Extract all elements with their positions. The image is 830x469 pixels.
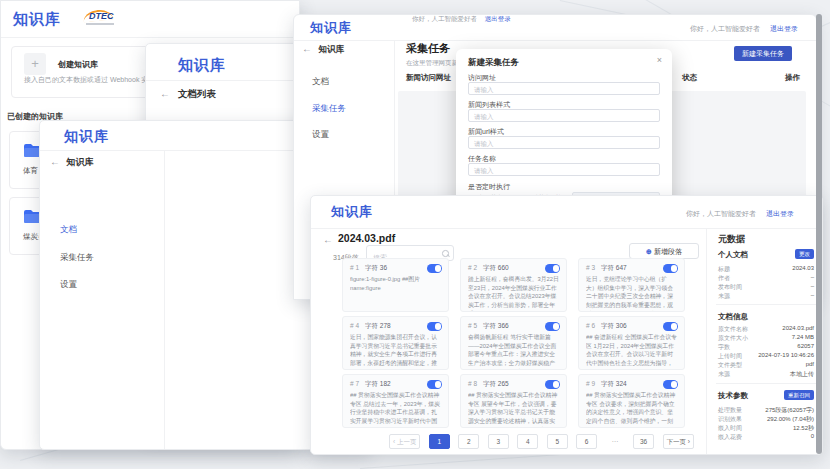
chunk-index: # 7 [350,380,359,387]
back-kb[interactable]: ← 知识库 [302,43,344,56]
chunk-enabled-toggle[interactable] [545,322,560,331]
sidebar-item-settings[interactable]: 设置 [312,129,329,141]
meta-value: – [811,274,814,280]
page-button-1[interactable]: 1 [429,434,450,449]
window-doc-detail: 知识库 你好，人工智能爱好者 退出登录 ← 2024.03.pdf 314段落 … [310,195,823,455]
chunk-card[interactable]: # 7字符 182 ## 贯彻落实全国煤炭工作会议精神专区 总结过去一年，202… [342,374,449,428]
next-page-button[interactable]: 下一页 › [663,434,694,449]
meta-label: 嵌入时间 [718,424,742,433]
page-button-5[interactable]: 5 [547,434,568,449]
page-button-4[interactable]: 4 [517,434,538,449]
pagination: ‹ 上一页 1 2 3 4 5 6 ··· 36 下一页 › [385,432,694,450]
ghost-logout-link[interactable]: 退出登录 [485,15,511,22]
back-kb[interactable]: ← 知识库 [50,156,94,169]
meta-value: 7.24 MB [792,334,814,340]
page-button-2[interactable]: 2 [458,434,479,449]
chunk-char-count: 字符 366 [483,322,509,331]
meta-label: 发布时间 [718,283,742,292]
back-label: 知识库 [318,44,344,54]
chunk-card[interactable]: # 1字符 36 figure:1-figure-0.jpg ##图片 name… [342,258,449,312]
chunk-card[interactable]: # 9字符 324 ## 贯彻落实全国煤炭工作会议精神专区 会议要求，深刻把握两… [578,374,685,428]
next-arrow-icon: › [688,438,690,445]
chunk-text: figure:1-figure-0.jpg ##图片 name:figure [350,275,442,292]
field-input-url-style[interactable]: 请输入 [468,136,660,149]
app-title: 知识库 [13,10,61,29]
divider [716,304,816,305]
chunk-enabled-toggle[interactable] [663,380,678,389]
user-greeting: 你好，人工智能爱好者 [690,25,760,32]
chunk-card[interactable]: # 8字符 265 ## 贯彻落实全国煤炭工作会议精神专区 展望今年工作，会议强… [460,374,567,428]
sidebar-item-docs[interactable]: 文档 [312,76,329,88]
plus-icon: ⊕ [646,248,652,255]
meta-recall-button[interactable]: 重新召回 [784,390,814,400]
user-greeting: 你好，人工智能爱好者 [686,210,756,217]
logout-link[interactable]: 退出登录 [770,25,798,32]
chunk-enabled-toggle[interactable] [663,322,678,331]
new-task-button[interactable]: 新建采集任务 [734,46,792,61]
logout-link[interactable]: 退出登录 [766,210,794,217]
meta-label: 上传时间 [718,352,742,361]
page-title: 采集任务 [406,41,450,56]
field-input-task-name[interactable]: 请输入 [468,163,660,176]
meta-value: 0 [811,433,814,439]
meta-label: 标题 [718,265,730,274]
field-input-url[interactable]: 请输入 [468,82,660,95]
chunk-index: # 2 [468,264,477,271]
field-input-list-style[interactable]: 请输入 [468,109,660,122]
back-arrow-icon[interactable]: ← [323,234,333,245]
chunk-card[interactable]: # 6字符 306 ## 奋进新征程 全国煤炭工作会议专区 1月22日，2024… [578,316,685,370]
sidebar-item-tasks[interactable]: 采集任务 [60,252,94,264]
app-title: 知识库 [64,128,109,146]
meta-label: 原文件大小 [718,334,748,343]
sidebar-item-settings[interactable]: 设置 [60,279,77,291]
chunk-card[interactable]: # 4字符 278 近日，国家能源集团召开会议，认真学习贯彻习近平总书记重要批示… [342,316,449,370]
chunk-enabled-toggle[interactable] [545,264,560,273]
meta-value: 292.00% (7.04秒) [767,415,814,424]
chunk-enabled-toggle[interactable] [427,322,442,331]
chunk-card[interactable]: # 3字符 647 近日，党组理论学习中心组（扩大）组织集中学习，深入学习领会二… [578,258,685,312]
next-label: 下一页 [667,438,687,445]
add-paragraph-button[interactable]: ⊕ 新增段落 [629,243,699,259]
kb-card-label: 体育 [23,166,38,176]
sidebar-item-docs[interactable]: 文档 [60,224,77,236]
app-title: 知识库 [310,19,352,37]
chunk-index: # 6 [586,322,595,329]
chunk-text: ## 贯彻落实全国煤炭工作会议精神专区 展望今年工作，会议强调，要深入学习贯彻习… [468,391,560,427]
meta-value: 62057 [797,343,814,349]
page-button-3[interactable]: 3 [488,434,509,449]
back-arrow-icon[interactable]: ← [160,88,170,99]
meta-group-personal: 个人文档 [718,250,748,260]
chunk-char-count: 字符 278 [365,322,391,331]
page-button-36[interactable]: 36 [633,434,654,449]
sidebar-item-tasks[interactable]: 采集任务 [312,103,346,115]
chunk-card[interactable]: # 2字符 660 踏上新征程，奋楫再出发。3月22日至23日，2024年全国煤… [460,258,567,312]
app-title: 知识库 [331,203,373,221]
chunk-index: # 3 [586,264,595,271]
screenshot-stage: 知识库 DTEC + 创建知识库 接入自己的文本数据或通过 Webhook 实时… [0,0,830,469]
back-arrow-icon[interactable]: ← [302,43,312,54]
divider [716,383,816,384]
create-kb-title: 创建知识库 [58,59,98,70]
column-header-status: 状态 [682,73,697,83]
meta-value: 12.52秒 [793,424,814,433]
back-arrow-icon[interactable]: ← [50,156,60,167]
page-button-6[interactable]: 6 [576,434,597,449]
chunk-text: ## 贯彻落实全国煤炭工作会议精神专区 总结过去一年，2023年，煤炭行业坚持稳… [350,391,442,427]
chunk-index: # 1 [350,264,359,271]
meta-label: 来源 [718,292,730,301]
app-title: 知识库 [178,56,226,75]
chunk-enabled-toggle[interactable] [663,264,678,273]
chunk-card[interactable]: # 5字符 366 奋楫扬帆新征程 笃行实干谱新篇——2024年全国煤炭工作会议… [460,316,567,370]
meta-edit-button[interactable]: 更改 [795,249,814,259]
close-icon[interactable]: × [657,55,662,65]
chunk-enabled-toggle[interactable] [427,380,442,389]
scrollbar[interactable] [816,14,822,454]
chunk-enabled-toggle[interactable] [545,380,560,389]
logo-text: DTEC [89,11,114,21]
chunk-index: # 5 [468,322,477,329]
chunk-enabled-toggle[interactable] [427,264,442,273]
meta-label: 文件类型 [718,361,742,370]
meta-label: 来源 [718,370,730,379]
back-doc-list[interactable]: ← 文档列表 [160,88,216,101]
prev-page-button[interactable]: ‹ 上一页 [389,434,420,449]
